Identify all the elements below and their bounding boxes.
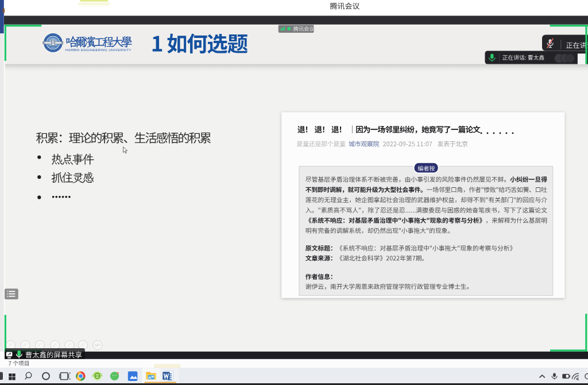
svg-text:HARBIN ENGINEERING UNIVERSITY: HARBIN ENGINEERING UNIVERSITY [65,48,131,52]
